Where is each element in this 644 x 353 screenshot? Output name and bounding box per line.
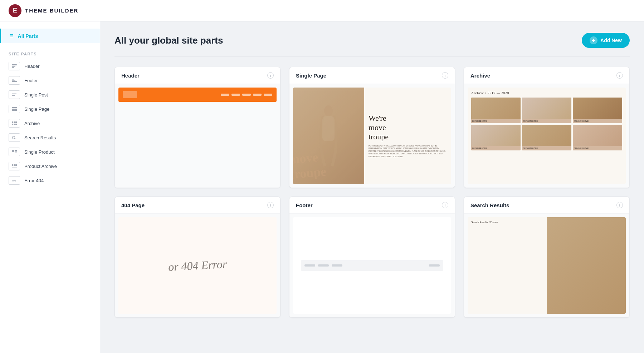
archive-label-1: BRING ME HOME xyxy=(471,119,521,123)
card-search-results: Search Results i Search Results / Dance xyxy=(464,197,630,318)
add-new-button[interactable]: + Add New xyxy=(582,33,630,48)
topbar-title: THEME BUILDER xyxy=(25,8,78,14)
svg-rect-12 xyxy=(15,109,17,111)
archive-img-1 xyxy=(471,98,521,119)
card-single-page: Single Page i xyxy=(289,67,455,188)
single-product-icon-box xyxy=(9,148,20,156)
card-title-404: 404 Page xyxy=(121,202,145,208)
sidebar-item-error-404[interactable]: 404 Error 404 xyxy=(0,173,100,188)
footer-link-2 xyxy=(318,264,329,267)
svg-rect-28 xyxy=(12,167,17,168)
sidebar-item-label-search-results: Search Results xyxy=(24,135,56,140)
svg-rect-5 xyxy=(12,79,14,80)
card-preview-footer xyxy=(289,214,455,317)
preview-search-left: Search Results / Dance xyxy=(468,217,547,314)
footer-link-3 xyxy=(332,264,342,267)
card-header-search-results: Search Results i xyxy=(464,197,629,214)
archive-label-4: BRING ME HOME xyxy=(471,146,521,150)
nav-item-2 xyxy=(231,94,240,96)
sidebar: ≡ All Parts SITE PARTS Header Footer Sin… xyxy=(0,21,100,353)
svg-rect-11 xyxy=(12,109,15,111)
card-info-icon-header[interactable]: i xyxy=(267,72,274,79)
svg-point-19 xyxy=(13,136,15,139)
sidebar-item-label-header: Header xyxy=(24,64,40,69)
archive-label-2: BRING ME HOME xyxy=(522,119,571,123)
archive-img-6 xyxy=(573,125,622,146)
add-new-label: Add New xyxy=(600,38,622,43)
card-title-header: Header xyxy=(121,73,140,79)
svg-rect-18 xyxy=(15,124,17,125)
preview-search-title: Search Results / Dance xyxy=(471,221,543,224)
topbar-logo: E THEME BUILDER xyxy=(9,4,78,17)
card-preview-search-results: Search Results / Dance xyxy=(464,214,629,317)
svg-rect-14 xyxy=(14,121,15,123)
svg-rect-16 xyxy=(12,124,13,125)
card-header-bar: Header i xyxy=(115,67,280,84)
archive-preview: Archive / 2019 — 2020 BRING ME HOME BRIN… xyxy=(468,88,626,184)
sidebar-item-archive[interactable]: Archive xyxy=(0,116,100,130)
sidebar-item-footer[interactable]: Footer xyxy=(0,73,100,88)
single-page-preview-inner: movetroupe We'removetroupe PERFORMED WIT… xyxy=(293,88,451,184)
card-info-icon-search-results[interactable]: i xyxy=(616,202,623,208)
svg-line-20 xyxy=(15,139,16,139)
card-header-single-page: Single Page i xyxy=(289,67,455,84)
svg-text:404: 404 xyxy=(12,179,16,182)
archive-label-6: BRING ME HOME xyxy=(573,146,622,150)
card-preview-header xyxy=(115,84,280,188)
sidebar-item-label-single-product: Single Product xyxy=(24,149,55,155)
card-info-icon-footer[interactable]: i xyxy=(442,202,448,208)
sidebar-item-product-archive[interactable]: Product Archive xyxy=(0,159,100,173)
sidebar-item-label-archive: Archive xyxy=(24,121,40,126)
nav-item-1 xyxy=(221,94,229,96)
svg-rect-4 xyxy=(12,80,15,81)
sidebar-item-single-page[interactable]: Single Page xyxy=(0,102,100,116)
card-title-footer: Footer xyxy=(296,202,313,208)
svg-rect-22 xyxy=(15,150,17,151)
nav-item-3 xyxy=(242,94,251,96)
sidebar-item-label-error-404: Error 404 xyxy=(24,178,44,183)
svg-rect-3 xyxy=(12,81,17,82)
svg-rect-13 xyxy=(12,121,13,123)
archive-item-1: BRING ME HOME xyxy=(471,98,521,123)
svg-rect-23 xyxy=(15,151,17,152)
sidebar-item-single-product[interactable]: Single Product xyxy=(0,145,100,159)
card-footer: Footer i xyxy=(289,197,455,318)
card-info-icon-archive[interactable]: i xyxy=(616,72,623,79)
preview-watermark: movetroupe xyxy=(293,149,327,182)
svg-rect-15 xyxy=(15,121,17,123)
card-preview-single-page: movetroupe We'removetroupe PERFORMED WIT… xyxy=(289,84,455,188)
single-post-icon-box xyxy=(9,90,20,99)
error-404-icon-box: 404 xyxy=(9,176,20,185)
footer-link-1 xyxy=(304,264,315,267)
sidebar-item-label-single-page: Single Page xyxy=(24,106,49,112)
preview-404-inner: or 404 Error xyxy=(118,217,277,314)
sidebar-item-search-results[interactable]: Search Results xyxy=(0,130,100,145)
svg-rect-6 xyxy=(12,93,16,94)
svg-rect-10 xyxy=(12,107,17,108)
topbar: E THEME BUILDER xyxy=(0,0,644,21)
card-title-single-page: Single Page xyxy=(296,73,326,79)
preview-search-inner: Search Results / Dance xyxy=(468,217,626,314)
single-page-right: We'removetroupe PERFORMED WITH THE ACCOM… xyxy=(364,88,451,184)
archive-item-6: BRING ME HOME xyxy=(573,125,622,150)
card-info-icon-404[interactable]: i xyxy=(267,202,274,208)
sidebar-item-header[interactable]: Header xyxy=(0,59,100,73)
preview-footer-bar xyxy=(301,260,443,271)
preview-search: Search Results / Dance xyxy=(468,217,626,314)
sidebar-item-single-post[interactable]: Single Post xyxy=(0,88,100,102)
archive-img-4 xyxy=(471,125,521,146)
svg-rect-25 xyxy=(12,164,13,166)
plus-icon: + xyxy=(590,36,597,44)
sidebar-item-label-product-archive: Product Archive xyxy=(24,164,57,169)
sidebar-section-title: SITE PARTS xyxy=(0,46,100,59)
archive-item-3: BRING ME HOME xyxy=(573,98,622,123)
card-header-footer: Footer i xyxy=(289,197,455,214)
sidebar-item-all-parts[interactable]: ≡ All Parts xyxy=(0,29,100,43)
card-info-icon-single-page[interactable]: i xyxy=(442,72,448,79)
card-preview-404: or 404 Error xyxy=(115,214,280,317)
all-parts-label: All Parts xyxy=(18,33,38,39)
content-divider xyxy=(114,56,630,57)
svg-rect-8 xyxy=(12,95,16,95)
sidebar-item-label-single-post: Single Post xyxy=(24,92,48,98)
preview-404-text: or 404 Error xyxy=(168,257,227,274)
